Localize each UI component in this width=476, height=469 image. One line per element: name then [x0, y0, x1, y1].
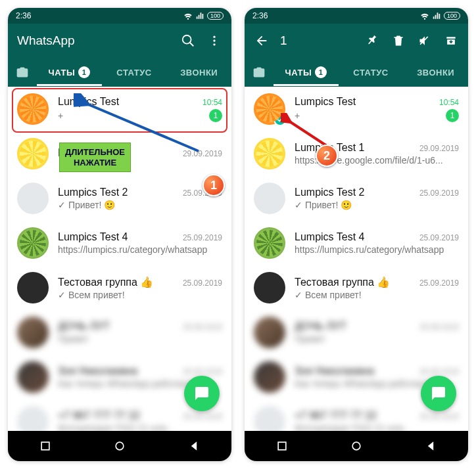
selected-count: 1 [280, 34, 354, 48]
chat-name: Зоя Николаевна [295, 365, 374, 377]
avatar[interactable] [254, 406, 285, 431]
chat-row[interactable]: Тестовая группа 👍25.09.2019✓ Всем привет… [245, 265, 468, 310]
avatar[interactable] [254, 183, 285, 214]
chat-time: 25.09.2019 [419, 189, 459, 198]
chat-row[interactable]: ДОЧЬ ЛУТ25.09.2019Привет [8, 310, 231, 355]
status-right: 100 [183, 11, 224, 20]
chat-time: 25.09.2019 [419, 233, 459, 242]
tab-calls[interactable]: ЗВОНКИ [403, 60, 468, 85]
tab-chats[interactable]: ЧАТЫ 1 [274, 58, 339, 86]
chat-row[interactable]: Lumpics Test10:54+1 [245, 87, 468, 131]
chat-msg: https://lumpics.ru/category/whatsapp [295, 244, 459, 255]
chat-msg: Фотоаппарат FGD 21 или... [295, 423, 459, 431]
delete-icon[interactable] [391, 33, 406, 49]
nav-bar [8, 431, 231, 461]
pin-icon[interactable] [364, 33, 380, 49]
chat-msg: ✓ Привет! 🙂 [295, 200, 459, 210]
tab-chats-badge: 1 [315, 66, 327, 78]
chat-name: +7 967 777 77 22 [295, 410, 377, 422]
chat-msg: ✓ Привет! 🙂 [58, 200, 222, 210]
chat-name: Тестовая группа 👍 [295, 276, 390, 288]
camera-tab-icon[interactable] [245, 66, 274, 79]
chat-row[interactable]: Lumpics Test 425.09.2019https://lumpics.… [8, 221, 231, 265]
wifi-icon [420, 11, 429, 20]
step-1-badge: 1 [202, 174, 225, 196]
status-bar: 2:36 100 [8, 8, 231, 24]
avatar[interactable] [17, 183, 49, 214]
archive-icon[interactable] [443, 33, 459, 49]
annotation-longpress: ДЛИТЕЛЬНОЕ НАЖАТИЕ [59, 143, 131, 172]
tabs: ЧАТЫ 1 СТАТУС ЗВОНКИ [245, 58, 468, 87]
nav-back-icon[interactable] [424, 439, 437, 453]
chat-name: ДОЧЬ ЛУТ [58, 321, 110, 332]
chat-name: ДОЧЬ ЛУТ [295, 321, 346, 332]
tab-calls[interactable]: ЗВОНКИ [166, 60, 231, 85]
nav-back-icon[interactable] [187, 439, 201, 453]
chat-name: Lumpics Test 2 [58, 187, 128, 198]
compose-fab[interactable] [184, 376, 220, 411]
chat-row[interactable]: Lumpics Test 225.09.2019✓ Привет! 🙂 [8, 176, 231, 221]
chat-row[interactable]: ДОЧЬ ЛУТ25.09.2019Привет [245, 310, 468, 355]
avatar[interactable] [17, 93, 49, 125]
status-right: 100 [420, 11, 460, 20]
action-bar: 1 [245, 24, 468, 58]
compose-fab[interactable] [421, 376, 456, 411]
nav-recent-icon[interactable] [275, 439, 289, 453]
avatar[interactable] [254, 93, 285, 125]
avatar[interactable] [254, 138, 285, 169]
chat-time: 25.09.2019 [183, 279, 222, 288]
tabs: ЧАТЫ 1 СТАТУС ЗВОНКИ [8, 58, 231, 87]
battery-icon: 100 [207, 12, 224, 20]
nav-recent-icon[interactable] [39, 439, 52, 453]
avatar[interactable] [17, 272, 49, 303]
avatar[interactable] [17, 138, 49, 169]
chat-row[interactable]: Lumpics Test 129.09.2019https://drive.go… [245, 131, 468, 176]
avatar[interactable] [254, 227, 285, 259]
chat-row[interactable]: Тестовая группа 👍25.09.2019✓ Всем привет… [8, 265, 231, 310]
chat-msg: ✓ Всем привет! [295, 290, 459, 300]
svg-point-3 [213, 43, 215, 45]
tab-chats[interactable]: ЧАТЫ 1 [37, 58, 102, 86]
more-icon[interactable] [206, 33, 222, 49]
avatar[interactable] [254, 317, 285, 348]
chat-row[interactable]: Lumpics Test 425.09.2019https://lumpics.… [245, 221, 468, 265]
selected-check-icon [274, 113, 287, 126]
chat-time: 10:54 [439, 98, 459, 107]
tab-status[interactable]: СТАТУС [102, 60, 167, 85]
signal-icon [195, 11, 204, 20]
chat-msg: ✓ Всем привет! [58, 290, 222, 300]
chat-name: Lumpics Test 4 [295, 231, 364, 243]
chat-name: Lumpics Test 2 [295, 187, 364, 198]
unread-badge: 1 [209, 109, 222, 122]
phone-left: 2:36 100 WhatsApp ЧАТЫ 1 СТАТ [8, 8, 231, 461]
status-time: 2:36 [16, 11, 31, 20]
camera-tab-icon[interactable] [8, 66, 37, 79]
signal-icon [432, 11, 441, 20]
unread-badge: 1 [446, 109, 459, 122]
chat-time: 25.09.2019 [183, 367, 222, 376]
avatar[interactable] [254, 361, 285, 393]
nav-home-icon[interactable] [113, 439, 126, 453]
nav-home-icon[interactable] [350, 439, 363, 453]
step-2-badge: 2 [316, 145, 338, 167]
avatar[interactable] [254, 272, 285, 303]
chat-row[interactable]: Lumpics Test 225.09.2019✓ Привет! 🙂 [245, 176, 468, 221]
chat-time: 25.09.2019 [183, 233, 222, 242]
status-time: 2:36 [252, 11, 268, 20]
svg-rect-4 [41, 442, 49, 450]
avatar[interactable] [17, 361, 49, 393]
chat-row[interactable]: Lumpics Test10:54+1 [8, 87, 231, 131]
chat-name: Lumpics Test [58, 96, 119, 108]
chat-msg: Привет [295, 334, 459, 344]
chat-msg: Фотоаппарат FGD 21 или... [58, 423, 222, 431]
avatar[interactable] [17, 227, 49, 259]
search-icon[interactable] [180, 33, 196, 49]
chat-time: 10:54 [202, 98, 222, 107]
status-bar: 2:36 100 [245, 8, 468, 24]
mute-icon[interactable] [417, 33, 433, 49]
avatar[interactable] [17, 317, 49, 348]
back-arrow-icon[interactable] [254, 33, 270, 49]
tab-status[interactable]: СТАТУС [339, 60, 404, 85]
phone-right: 2:36 100 1 [245, 8, 468, 461]
avatar[interactable] [17, 406, 49, 431]
